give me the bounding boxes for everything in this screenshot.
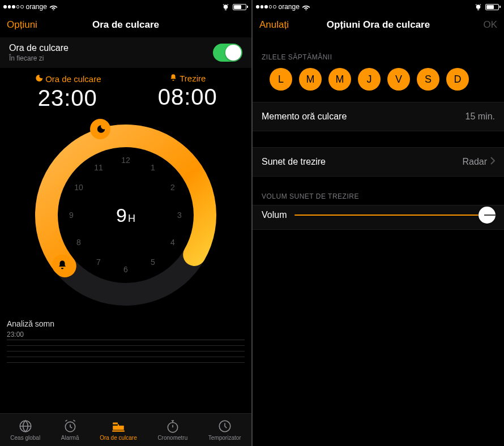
wake-value: 08:00 bbox=[158, 84, 217, 110]
nav-bar: Anulați Opțiuni Ora de culcare OK bbox=[253, 12, 504, 37]
screen-bedtime: orange Opțiuni Ora de culcare Ora de bbox=[0, 0, 251, 446]
analysis-title: Analiză somn bbox=[7, 319, 245, 328]
times-row: z Ora de culcare 23:00 Trezire 08:00 bbox=[0, 68, 251, 111]
carrier-label: orange bbox=[26, 3, 47, 11]
volume-slider-thumb[interactable] bbox=[479, 207, 496, 224]
status-bar: orange bbox=[253, 0, 504, 12]
reminder-value: 15 min. bbox=[465, 112, 495, 122]
svg-text:1: 1 bbox=[151, 163, 155, 172]
sleep-analysis-section: Analiză somn 23:00 bbox=[0, 311, 251, 368]
tab-bedtime[interactable]: Ora de culcare bbox=[100, 419, 137, 441]
svg-text:5: 5 bbox=[151, 258, 155, 267]
svg-text:8: 8 bbox=[76, 238, 81, 247]
volume-header: VOLUM SUNET DE TREZIRE bbox=[253, 177, 504, 205]
signal-dots-icon bbox=[256, 5, 276, 8]
svg-text:3: 3 bbox=[177, 211, 182, 220]
svg-text:z: z bbox=[39, 74, 40, 77]
ok-button[interactable]: OK bbox=[483, 19, 497, 31]
day-button[interactable]: S bbox=[417, 68, 439, 91]
cancel-button[interactable]: Anulați bbox=[259, 19, 289, 31]
days-row: L M M J V S D bbox=[253, 66, 504, 102]
sound-label: Sunet de trezire bbox=[262, 157, 326, 167]
svg-text:2: 2 bbox=[170, 183, 175, 192]
bell-icon bbox=[169, 74, 177, 83]
svg-text:7: 7 bbox=[96, 258, 101, 267]
status-bar: orange bbox=[0, 0, 251, 12]
alarm-status-icon bbox=[222, 3, 229, 11]
reminder-label: Memento oră culcare bbox=[262, 112, 347, 122]
day-button[interactable]: V bbox=[387, 68, 410, 91]
sound-value: Radar bbox=[462, 157, 487, 167]
sound-row[interactable]: Sunet de trezire Radar bbox=[253, 147, 504, 177]
carrier-label: orange bbox=[279, 3, 300, 11]
svg-text:12: 12 bbox=[121, 156, 130, 165]
bedtime-toggle[interactable] bbox=[213, 44, 242, 62]
svg-text:4: 4 bbox=[170, 238, 175, 247]
tab-bar: Ceas global Alarmă Ora de culcare Cronom… bbox=[0, 413, 251, 446]
tab-stopwatch[interactable]: Cronometru bbox=[157, 419, 187, 441]
reminder-row[interactable]: Memento oră culcare 15 min. bbox=[253, 102, 504, 131]
page-title: Opțiuni Ora de culcare bbox=[253, 19, 504, 31]
tab-world-clock[interactable]: Ceas global bbox=[10, 419, 40, 441]
wake-label: Trezire bbox=[180, 74, 206, 83]
day-button[interactable]: M bbox=[328, 68, 351, 91]
bedtime-dial[interactable]: 12 1 2 3 4 5 6 7 8 9 10 11 9H bbox=[29, 119, 222, 311]
nav-bar: Opțiuni Ora de culcare bbox=[0, 12, 251, 37]
day-button[interactable]: J bbox=[358, 68, 381, 91]
sleep-duration: 9H bbox=[116, 204, 135, 226]
bedtime-toggle-subtitle: În fiecare zi bbox=[9, 54, 69, 62]
day-button[interactable]: D bbox=[446, 68, 469, 91]
bedtime-toggle-title: Ora de culcare bbox=[9, 43, 69, 53]
options-button[interactable]: Opțiuni bbox=[7, 19, 37, 31]
wifi-icon bbox=[302, 4, 310, 10]
bedtime-value: 23:00 bbox=[34, 85, 101, 111]
svg-text:9: 9 bbox=[69, 211, 74, 220]
day-button[interactable]: L bbox=[270, 68, 292, 91]
chevron-right-icon bbox=[490, 157, 495, 167]
battery-icon bbox=[485, 4, 501, 10]
tab-timer[interactable]: Temporizator bbox=[208, 419, 241, 441]
analysis-time: 23:00 bbox=[7, 331, 245, 338]
page-title: Ora de culcare bbox=[0, 19, 251, 31]
svg-text:6: 6 bbox=[123, 265, 128, 274]
volume-slider[interactable] bbox=[294, 215, 495, 216]
days-header: ZILELE SĂPTĂMÂNII bbox=[253, 37, 504, 66]
battery-icon bbox=[233, 4, 248, 10]
signal-dots-icon bbox=[3, 5, 24, 8]
bedtime-label: Ora de culcare bbox=[45, 74, 101, 84]
volume-row: Volum bbox=[253, 205, 504, 230]
volume-label: Volum bbox=[262, 210, 287, 220]
svg-text:11: 11 bbox=[94, 163, 103, 172]
analysis-chart bbox=[7, 340, 245, 368]
moon-icon: z bbox=[34, 74, 43, 84]
bedtime-handle[interactable] bbox=[90, 119, 110, 139]
screen-bedtime-options: orange Anulați Opțiuni Ora de culcare OK… bbox=[253, 0, 504, 446]
alarm-status-icon bbox=[475, 3, 482, 11]
svg-text:10: 10 bbox=[74, 183, 83, 192]
bedtime-toggle-row: Ora de culcare În fiecare zi bbox=[0, 37, 251, 68]
wake-handle[interactable] bbox=[52, 255, 72, 275]
tab-alarm[interactable]: Alarmă bbox=[61, 419, 79, 441]
wifi-icon bbox=[49, 4, 58, 10]
day-button[interactable]: M bbox=[299, 68, 322, 91]
